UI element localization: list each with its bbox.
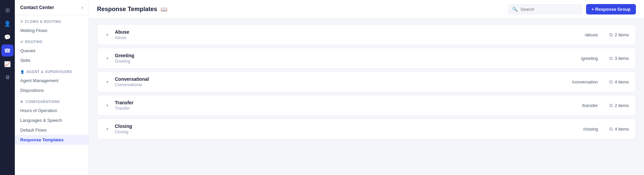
section-label-flows-routing: ↺ FLOWS & ROUTING xyxy=(15,15,89,26)
header-actions: 🔍 + Response Group xyxy=(508,4,636,14)
copy-icon-conversational: ⧉ xyxy=(609,79,613,85)
sidebar-item-hours-of-operation[interactable]: Hours of Operation xyxy=(15,106,89,115)
copy-icon-abuse: ⧉ xyxy=(609,32,613,38)
template-subtitle-closing: Closing xyxy=(115,130,533,134)
search-icon: 🔍 xyxy=(512,7,518,12)
template-subtitle-abuse: Abuse xyxy=(115,35,533,40)
page-header: Response Templates 📖 🔍 + Response Group xyxy=(89,0,644,19)
chevron-down-icon-abuse[interactable]: ▾ xyxy=(104,31,111,38)
copy-icon-closing: ⧉ xyxy=(609,126,613,132)
template-path-closing: /closing xyxy=(537,127,598,132)
template-items-closing: ⧉ 4 items xyxy=(602,126,629,132)
sidebar-item-agent-management[interactable]: Agent Management xyxy=(15,76,89,85)
page-title-book-icon: 📖 xyxy=(161,6,167,12)
routing-icon: ↺ xyxy=(20,40,23,44)
agent-supervisors-icon: 👤 xyxy=(20,70,25,74)
icon-contacts[interactable]: 👤 xyxy=(1,18,13,30)
template-name-abuse: Abuse xyxy=(115,29,533,35)
main-content: Response Templates 📖 🔍 + Response Group … xyxy=(89,0,644,175)
icon-contact-center[interactable]: ☎ xyxy=(1,44,13,57)
template-subtitle-transfer: Transfer xyxy=(115,106,533,111)
sidebar-item-languages-speech[interactable]: Languages & Speech xyxy=(15,115,89,125)
page-title-area: Response Templates 📖 xyxy=(97,6,167,13)
search-box[interactable]: 🔍 xyxy=(508,4,582,14)
template-info-greeting: Greeting Greeting xyxy=(115,53,533,64)
icon-home[interactable]: ⊞ xyxy=(1,4,13,16)
icon-rail: ⊞ 👤 💬 ☎ 📈 🖥 xyxy=(0,0,15,175)
copy-icon-greeting: ⧉ xyxy=(609,56,613,61)
template-row-abuse[interactable]: ▾ Abuse Abuse /abuse ⧉ 2 items xyxy=(97,24,636,45)
template-items-greeting: ⧉ 3 items xyxy=(602,56,629,61)
icon-monitor[interactable]: 🖥 xyxy=(1,71,13,83)
sidebar-title: Contact Center xyxy=(20,5,54,10)
template-info-abuse: Abuse Abuse xyxy=(115,29,533,40)
copy-icon-transfer: ⧉ xyxy=(609,103,613,108)
template-path-conversational: /conversation xyxy=(537,79,598,84)
template-name-conversational: Conversational xyxy=(115,76,533,82)
configurations-icon: ⚙ xyxy=(20,100,24,104)
template-items-abuse: ⧉ 2 items xyxy=(602,32,629,38)
add-response-group-button[interactable]: + Response Group xyxy=(586,4,636,14)
content-area: ▾ Abuse Abuse /abuse ⧉ 2 items ▾ Greetin… xyxy=(89,19,644,175)
section-label-routing: ↺ ROUTING xyxy=(15,35,89,46)
template-path-greeting: /greeting xyxy=(537,56,598,61)
icon-analytics[interactable]: 📈 xyxy=(1,58,13,70)
template-name-transfer: Transfer xyxy=(115,100,533,105)
chevron-down-icon-conversational[interactable]: ▾ xyxy=(104,78,111,85)
sidebar-item-waiting-flows[interactable]: Waiting Flows xyxy=(15,26,89,35)
page-title: Response Templates xyxy=(97,6,157,13)
template-subtitle-conversational: Conversational xyxy=(115,82,533,87)
template-subtitle-greeting: Greeting xyxy=(115,59,533,64)
search-input[interactable] xyxy=(520,7,578,12)
template-info-conversational: Conversational Conversational xyxy=(115,76,533,87)
template-name-greeting: Greeting xyxy=(115,53,533,58)
template-row-closing[interactable]: ▾ Closing Closing /closing ⧉ 4 items xyxy=(97,118,636,139)
chevron-down-icon-closing[interactable]: ▾ xyxy=(104,126,111,132)
template-name-closing: Closing xyxy=(115,124,533,129)
template-items-transfer: ⧉ 2 items xyxy=(602,103,629,108)
section-label-agent-supervisors: 👤 AGENT & SUPERVISORS xyxy=(15,65,89,76)
icon-chat[interactable]: 💬 xyxy=(1,31,13,43)
sidebar-item-dispositions[interactable]: Dispositions xyxy=(15,85,89,95)
template-row-conversational[interactable]: ▾ Conversational Conversational /convers… xyxy=(97,71,636,92)
template-path-abuse: /abuse xyxy=(537,32,598,37)
sidebar: Contact Center ‹ ↺ FLOWS & ROUTING Waiti… xyxy=(15,0,89,175)
sidebar-header: Contact Center ‹ xyxy=(15,0,89,15)
template-path-transfer: /transfer xyxy=(537,103,598,108)
sidebar-item-response-templates[interactable]: Response Templates xyxy=(15,135,89,145)
sidebar-item-queues[interactable]: Queues xyxy=(15,46,89,56)
template-row-greeting[interactable]: ▾ Greeting Greeting /greeting ⧉ 3 items xyxy=(97,48,636,69)
template-items-conversational: ⧉ 4 items xyxy=(602,79,629,85)
template-row-transfer[interactable]: ▾ Transfer Transfer /transfer ⧉ 2 items xyxy=(97,95,636,116)
chevron-down-icon-greeting[interactable]: ▾ xyxy=(104,55,111,62)
template-info-closing: Closing Closing xyxy=(115,124,533,134)
template-info-transfer: Transfer Transfer xyxy=(115,100,533,111)
section-label-configurations: ⚙ CONFIGURATIONS xyxy=(15,95,89,106)
sidebar-item-default-flows[interactable]: Default Flows xyxy=(15,125,89,135)
sidebar-item-skills[interactable]: Skills xyxy=(15,56,89,65)
sidebar-collapse-button[interactable]: ‹ xyxy=(82,5,83,10)
flows-routing-icon: ↺ xyxy=(20,20,23,24)
chevron-down-icon-transfer[interactable]: ▾ xyxy=(104,102,111,109)
